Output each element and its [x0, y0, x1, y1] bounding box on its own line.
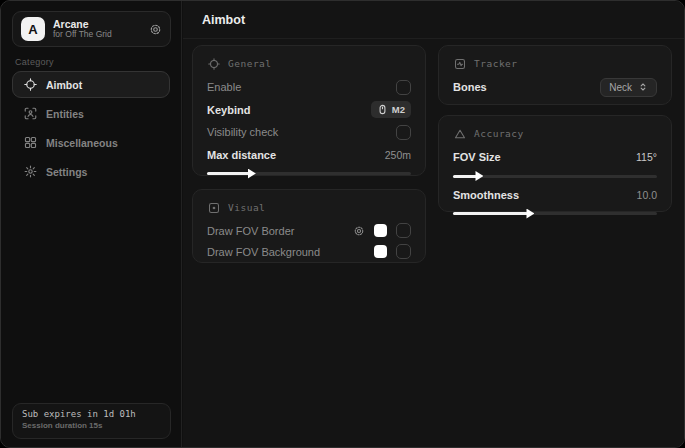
gear-icon[interactable]	[353, 225, 365, 237]
card-title: Accuracy	[474, 128, 524, 139]
sidebar-item-entities[interactable]: Entities	[12, 100, 170, 127]
setting-row-fov-background: Draw FOV Background	[207, 241, 411, 262]
setting-row-smoothness: Smoothness 10.0	[453, 184, 657, 207]
app-logo: A	[21, 17, 45, 41]
slider-thumb[interactable]	[526, 209, 534, 219]
setting-row-max-distance: Max distance 250m	[207, 144, 411, 167]
sidebar-item-label: Aimbot	[46, 79, 82, 91]
subscription-card: Sub expires in 1d 01h Session duration 1…	[12, 403, 171, 439]
gear-icon	[23, 165, 37, 178]
main-panel: Aimbot General Enable	[183, 1, 684, 447]
setting-label: Keybind	[207, 104, 250, 116]
setting-label: Bones	[453, 81, 487, 93]
setting-label: Smoothness	[453, 189, 519, 201]
sidebar-item-miscellaneous[interactable]: Miscellaneous	[12, 129, 170, 156]
sidebar-item-label: Miscellaneous	[46, 137, 118, 149]
settings-gear-icon[interactable]	[149, 23, 162, 36]
app-header-card: A Arcane for Off The Grid	[12, 11, 171, 47]
image-frame-icon	[207, 202, 220, 214]
scan-person-icon	[23, 107, 37, 120]
card-general-header: General	[207, 56, 411, 71]
slider-fill	[453, 175, 477, 178]
card-title: Visual	[228, 202, 265, 213]
category-label: Category	[15, 57, 54, 67]
setting-label: Max distance	[207, 149, 276, 161]
card-general: General Enable Keybind	[192, 45, 426, 176]
fov-border-controls	[353, 223, 411, 238]
slider-thumb[interactable]	[248, 169, 256, 179]
card-tracker: Tracker Bones Neck	[438, 45, 672, 105]
grid-icon	[23, 136, 37, 149]
sidebar-item-label: Settings	[46, 166, 87, 178]
card-accuracy-header: Accuracy	[453, 126, 657, 141]
setting-label: Draw FOV Border	[207, 225, 294, 237]
setting-row-enable: Enable	[207, 76, 411, 99]
keybind-badge[interactable]: M2	[371, 101, 411, 118]
keybind-value: M2	[392, 104, 405, 115]
app-subtitle: for Off The Grid	[53, 30, 149, 40]
card-visual-header: Visual	[207, 200, 411, 215]
sidebar-nav: Aimbot Entities	[12, 71, 170, 187]
setting-label: Enable	[207, 81, 241, 93]
max-distance-slider[interactable]	[207, 168, 411, 178]
fov-border-color-swatch[interactable]	[374, 224, 387, 237]
session-duration-text: Session duration 15s	[22, 421, 161, 430]
fov-background-checkbox[interactable]	[396, 244, 411, 259]
sidebar-item-aimbot[interactable]: Aimbot	[12, 71, 170, 98]
setting-row-fov-border: Draw FOV Border	[207, 220, 411, 241]
app-window: A Arcane for Off The Grid Category	[0, 0, 685, 448]
setting-label: FOV Size	[453, 151, 501, 163]
visibility-check-checkbox[interactable]	[396, 125, 411, 140]
card-title: General	[228, 58, 272, 69]
page-title: Aimbot	[202, 13, 245, 27]
activity-icon	[453, 58, 466, 70]
bones-selected-value: Neck	[609, 82, 632, 93]
setting-row-fov-size: FOV Size 115°	[453, 146, 657, 169]
sidebar-item-label: Entities	[46, 108, 84, 120]
setting-label: Visibility check	[207, 126, 278, 138]
crosshair-icon	[207, 58, 220, 70]
mouse-icon	[377, 104, 388, 115]
card-tracker-header: Tracker	[453, 56, 657, 71]
max-distance-value: 250m	[385, 149, 411, 161]
slider-track	[453, 175, 657, 178]
card-visual: Visual Draw FOV Border	[192, 189, 426, 263]
sub-expiry-text: Sub expires in 1d 01h	[22, 409, 161, 419]
setting-row-keybind: Keybind M2	[207, 99, 411, 122]
main-header: Aimbot	[183, 1, 684, 39]
sidebar: A Arcane for Off The Grid Category	[1, 1, 182, 447]
enable-checkbox[interactable]	[396, 80, 411, 95]
fov-size-slider[interactable]	[453, 171, 657, 181]
smoothness-slider[interactable]	[453, 208, 657, 218]
setting-row-bones: Bones Neck	[453, 76, 657, 99]
app-logo-letter: A	[28, 22, 37, 37]
slider-fill	[207, 172, 250, 175]
triangle-icon	[453, 128, 466, 140]
fov-size-value: 115°	[636, 151, 657, 163]
bones-select[interactable]: Neck	[600, 78, 657, 97]
chevron-up-down-icon	[638, 82, 648, 92]
fov-background-color-swatch[interactable]	[374, 245, 387, 258]
sidebar-item-settings[interactable]: Settings	[12, 158, 170, 185]
slider-thumb[interactable]	[475, 171, 483, 181]
slider-fill	[453, 212, 528, 215]
card-accuracy: Accuracy FOV Size 115° Smoothness 10.0	[438, 115, 672, 212]
fov-background-controls	[374, 244, 411, 259]
smoothness-value: 10.0	[637, 189, 657, 201]
crosshair-icon	[23, 78, 37, 91]
content-area: General Enable Keybind	[183, 39, 684, 447]
card-title: Tracker	[474, 58, 518, 69]
app-meta: Arcane for Off The Grid	[53, 18, 149, 40]
setting-label: Draw FOV Background	[207, 246, 320, 258]
fov-border-checkbox[interactable]	[396, 223, 411, 238]
setting-row-visibility-check: Visibility check	[207, 121, 411, 144]
